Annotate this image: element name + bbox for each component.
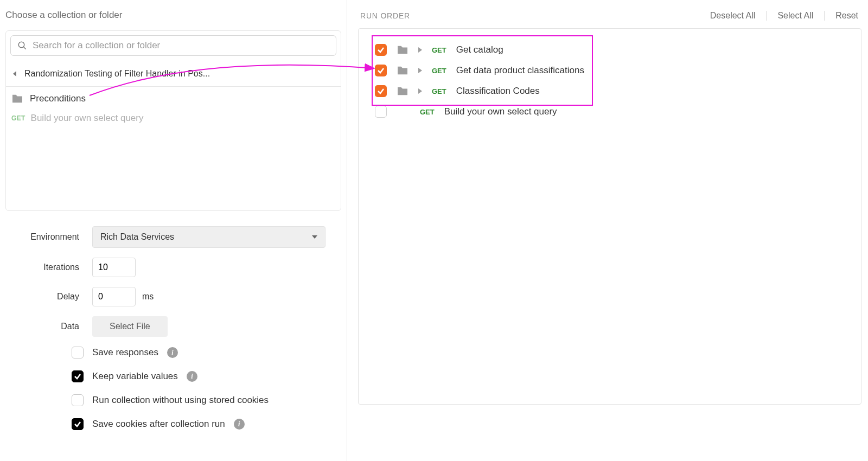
svg-marker-2 <box>13 71 16 76</box>
run-item-name: Get data product classifications <box>456 65 584 76</box>
save-responses-checkbox[interactable] <box>72 347 84 358</box>
run-item[interactable]: GET Get data product classifications <box>369 60 850 81</box>
breadcrumb[interactable]: Randomization Testing of Filter Handler … <box>6 61 341 87</box>
save-cookies-checkbox[interactable] <box>72 418 84 430</box>
run-list: GET Get catalog GET Get data product cla… <box>358 28 861 405</box>
run-item[interactable]: GET Classification Codes <box>369 81 850 101</box>
info-icon[interactable]: i <box>167 347 178 358</box>
no-cookies-label: Run collection without using stored cook… <box>92 395 269 406</box>
svg-marker-3 <box>312 235 317 239</box>
iterations-input[interactable] <box>92 258 136 277</box>
select-all-link[interactable]: Select All <box>774 10 816 22</box>
left-panel-title: Choose a collection or folder <box>5 10 341 21</box>
env-label: Environment <box>5 232 92 242</box>
caret-right-icon <box>418 47 422 53</box>
save-cookies-label: Save cookies after collection run <box>92 419 225 430</box>
folder-label: Preconditions <box>30 93 86 104</box>
run-item[interactable]: GET Build your own select query <box>369 101 850 122</box>
delay-label: Delay <box>5 292 92 302</box>
caret-right-icon <box>418 68 422 73</box>
run-item[interactable]: GET Get catalog <box>369 40 850 60</box>
folder-icon <box>11 94 23 104</box>
delay-input[interactable] <box>92 287 136 306</box>
keep-vars-label: Keep variable values <box>92 371 178 382</box>
chevron-left-icon <box>12 71 18 76</box>
run-item-name: Build your own select query <box>444 106 557 117</box>
run-checkbox[interactable] <box>375 85 387 97</box>
request-item[interactable]: GET Build your own select query <box>6 107 341 129</box>
run-checkbox[interactable] <box>375 65 387 76</box>
search-wrap[interactable] <box>10 35 336 56</box>
caret-down-icon <box>312 234 317 240</box>
svg-line-1 <box>23 47 26 49</box>
method-badge: GET <box>432 87 446 95</box>
run-checkbox[interactable] <box>375 44 387 56</box>
divider <box>766 11 767 21</box>
no-cookies-checkbox[interactable] <box>72 394 84 406</box>
folder-icon <box>397 45 409 55</box>
caret-right-icon <box>418 88 422 94</box>
request-label: Build your own select query <box>31 113 144 124</box>
data-label: Data <box>5 322 92 331</box>
iterations-label: Iterations <box>5 262 92 272</box>
method-badge: GET <box>11 114 25 122</box>
run-order-title: RUN ORDER <box>360 11 410 20</box>
folder-item[interactable]: Preconditions <box>6 87 341 107</box>
info-icon[interactable]: i <box>234 419 245 430</box>
environment-select[interactable]: Rich Data Services <box>92 226 326 248</box>
delay-unit: ms <box>142 292 154 302</box>
select-file-button[interactable]: Select File <box>92 316 168 337</box>
run-item-name: Classification Codes <box>456 86 540 97</box>
info-icon[interactable]: i <box>187 371 197 382</box>
search-input[interactable] <box>33 40 329 51</box>
search-icon <box>17 41 27 50</box>
keep-vars-checkbox[interactable] <box>72 370 84 382</box>
deselect-all-link[interactable]: Deselect All <box>707 10 759 22</box>
method-badge: GET <box>420 108 435 116</box>
divider <box>824 11 825 21</box>
method-badge: GET <box>432 46 446 54</box>
breadcrumb-text: Randomization Testing of Filter Handler … <box>24 69 210 79</box>
run-checkbox[interactable] <box>375 106 387 118</box>
env-value: Rich Data Services <box>100 232 174 242</box>
method-badge: GET <box>432 67 446 75</box>
folder-icon <box>397 66 409 75</box>
run-item-name: Get catalog <box>456 44 503 55</box>
svg-point-0 <box>18 42 24 48</box>
reset-link[interactable]: Reset <box>832 10 861 22</box>
save-responses-label: Save responses <box>92 347 158 358</box>
folder-icon <box>397 86 409 96</box>
